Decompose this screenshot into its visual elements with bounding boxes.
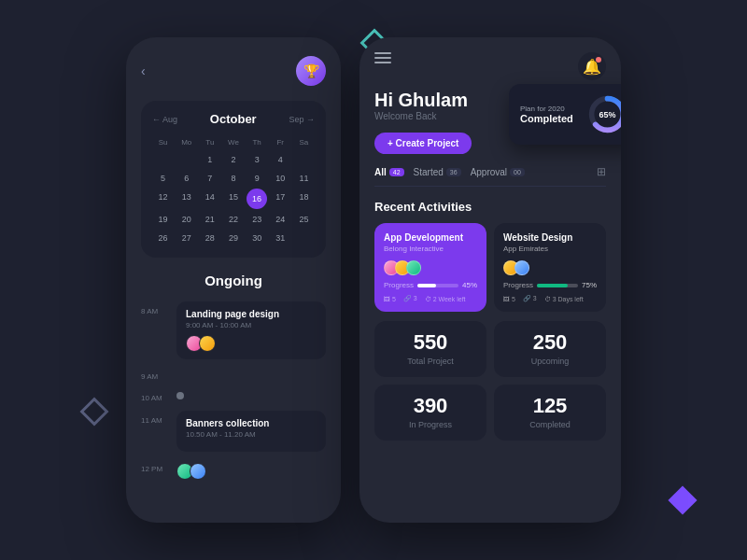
cal-day-10[interactable]: 10 <box>270 170 291 187</box>
tab-approval-badge: 00 <box>510 168 525 176</box>
donut-chart: 65% <box>586 93 621 135</box>
cal-day-15[interactable]: 15 <box>222 189 244 209</box>
act-meta-links: 🔗 3 <box>403 295 417 302</box>
main-container: ‹ 🏆 ← Aug October Sep → Su Mo Tu We Th <box>126 37 621 523</box>
progress-pct-app-dev: 45% <box>462 281 477 289</box>
cal-day <box>152 151 174 168</box>
day-header-mo: Mo <box>176 135 197 149</box>
cal-day-1[interactable]: 1 <box>199 151 220 168</box>
cal-day-6[interactable]: 6 <box>176 170 197 187</box>
timeline-content-10am <box>176 388 326 403</box>
stat-label-inprogress: In Progress <box>386 420 475 429</box>
act-avatar-3 <box>406 260 421 275</box>
cal-day-11[interactable]: 11 <box>293 170 315 187</box>
act-meta-time-app: ⏱ 2 Week left <box>425 295 466 302</box>
cal-day-7[interactable]: 7 <box>199 170 220 187</box>
time-label-9am: 9 AM <box>141 367 169 381</box>
cal-day-23[interactable]: 23 <box>247 211 268 228</box>
cal-day-22[interactable]: 22 <box>222 211 244 228</box>
cal-day-27[interactable]: 27 <box>176 230 197 246</box>
hamburger-line-3 <box>374 62 391 63</box>
right-phone-header: 🔔 <box>374 52 606 80</box>
progress-pct-web: 75% <box>582 281 597 289</box>
cal-day-9[interactable]: 9 <box>247 170 268 187</box>
stat-upcoming: 250 Upcoming <box>494 321 606 377</box>
cal-day-3[interactable]: 3 <box>247 151 268 168</box>
cal-day-28[interactable]: 28 <box>199 230 220 246</box>
cal-day-8[interactable]: 8 <box>222 170 244 187</box>
cal-day-12[interactable]: 12 <box>152 189 174 209</box>
cal-day-21[interactable]: 21 <box>199 211 220 228</box>
progress-row-web: Progress 75% <box>503 281 597 289</box>
task-time-landing: 9:00 AM - 10:00 AM <box>186 321 317 329</box>
left-phone-header: ‹ 🏆 <box>141 56 326 86</box>
day-header-th: Th <box>247 135 268 149</box>
hamburger-line-1 <box>374 52 391 54</box>
timeline-dot <box>176 392 184 399</box>
cal-day-26[interactable]: 26 <box>152 230 174 246</box>
cal-day-13[interactable]: 13 <box>176 189 197 209</box>
progress-row-app-dev: Progress 45% <box>384 281 477 289</box>
timeline-content-11am: Banners collection 10.50 AM - 11.20 AM <box>176 411 326 452</box>
timeline-row-10am: 10 AM <box>141 388 326 403</box>
cal-day <box>293 230 315 246</box>
cal-day-31[interactable]: 31 <box>270 230 291 246</box>
plan-label: Plan for 2020 <box>520 105 579 113</box>
cal-day-25[interactable]: 25 <box>293 211 315 228</box>
diamond-decoration-3 <box>668 485 697 514</box>
cal-day-5[interactable]: 5 <box>152 170 174 187</box>
progress-bar-wrap-app-dev <box>417 284 458 287</box>
stat-total-project: 550 Total Project <box>374 321 486 377</box>
stat-number-inprogress: 390 <box>386 396 475 416</box>
tab-started-badge: 36 <box>446 168 461 176</box>
cal-day-16-today[interactable]: 16 <box>247 189 267 209</box>
tab-started[interactable]: Started 36 <box>414 167 461 177</box>
task-title-landing: Landing page design <box>186 309 317 319</box>
act-title-web-design: Website Design <box>503 232 597 243</box>
day-header-su: Su <box>152 135 174 149</box>
cal-day-4[interactable]: 4 <box>270 151 291 168</box>
cal-day-30[interactable]: 30 <box>247 230 268 246</box>
next-month-nav[interactable]: Sep → <box>289 115 315 124</box>
cal-day-29[interactable]: 29 <box>222 230 244 246</box>
create-project-button[interactable]: + Create Project <box>374 133 472 154</box>
stat-number-total: 550 <box>386 332 475 353</box>
stats-grid: 550 Total Project 250 Upcoming 390 In Pr… <box>374 321 606 441</box>
cal-day-14[interactable]: 14 <box>199 189 220 209</box>
act-meta-time-web: ⏱ 3 Days left <box>544 295 584 302</box>
cal-day-24[interactable]: 24 <box>270 211 291 228</box>
cal-day-20[interactable]: 20 <box>176 211 197 228</box>
cal-day-18[interactable]: 18 <box>293 189 315 209</box>
stat-number-completed: 125 <box>505 396 595 416</box>
notification-button[interactable]: 🔔 <box>578 52 606 80</box>
right-phone: Plan for 2020 Completed 65% <box>359 37 621 523</box>
tab-all[interactable]: All 42 <box>374 167 404 177</box>
day-header-we: We <box>222 135 244 149</box>
act-meta-images: 🖼 5 <box>384 295 396 302</box>
tabs-row: All 42 Started 36 Approval 00 ⊞ <box>374 165 606 187</box>
diamond-decoration-2 <box>79 397 108 426</box>
act-sub-app-dev: Belong Interactive <box>384 245 477 253</box>
filter-button[interactable]: ⊞ <box>597 165 606 178</box>
cal-day-2[interactable]: 2 <box>222 151 244 168</box>
cal-day <box>176 151 197 168</box>
time-label-12pm: 12 PM <box>141 459 169 473</box>
tab-approval[interactable]: Approval 00 <box>471 167 525 177</box>
cal-day-17[interactable]: 17 <box>270 189 291 209</box>
task-card-landing: Landing page design 9:00 AM - 10:00 AM <box>176 301 326 359</box>
prev-month-nav[interactable]: ← Aug <box>152 115 177 124</box>
calendar-nav: ← Aug October Sep → <box>152 112 315 126</box>
progress-label-app-dev: Progress <box>384 281 414 289</box>
stat-completed: 125 Completed <box>494 385 606 441</box>
calendar-month: October <box>210 112 257 126</box>
avatar-4 <box>190 463 206 480</box>
user-avatar: 🏆 <box>296 56 326 86</box>
menu-button[interactable] <box>374 52 391 63</box>
back-button[interactable]: ‹ <box>141 63 146 78</box>
task-avatars-landing <box>186 335 317 352</box>
plan-text: Plan for 2020 Completed <box>520 105 579 124</box>
act-meta-web-links: 🔗 3 <box>523 295 537 302</box>
avatars-12pm <box>176 459 326 483</box>
cal-day-19[interactable]: 19 <box>152 211 174 228</box>
act-meta-web-images: 🖼 5 <box>503 295 515 302</box>
